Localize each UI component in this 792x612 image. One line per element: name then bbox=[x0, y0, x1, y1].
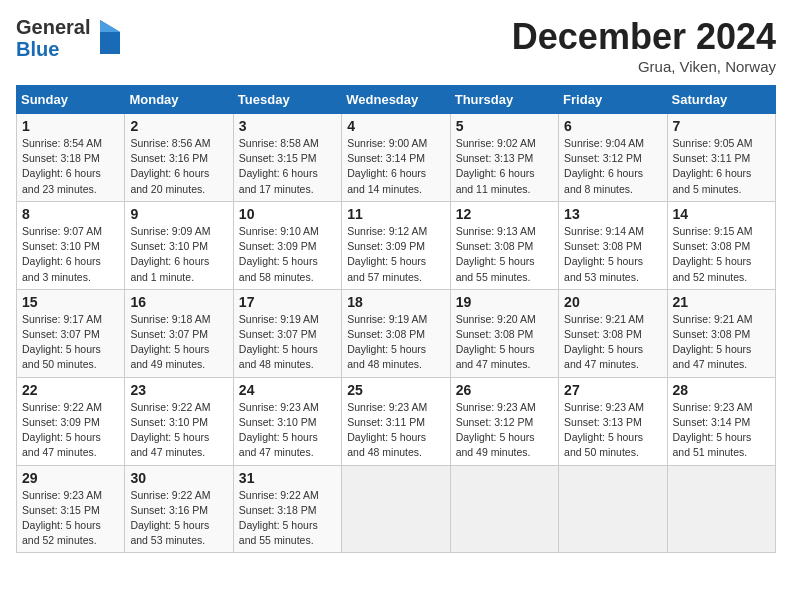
calendar-cell: 20Sunrise: 9:21 AMSunset: 3:08 PMDayligh… bbox=[559, 289, 667, 377]
day-info: Sunrise: 9:02 AMSunset: 3:13 PMDaylight:… bbox=[456, 136, 553, 197]
calendar-table: SundayMondayTuesdayWednesdayThursdayFrid… bbox=[16, 85, 776, 553]
calendar-cell: 18Sunrise: 9:19 AMSunset: 3:08 PMDayligh… bbox=[342, 289, 450, 377]
day-info: Sunrise: 8:54 AMSunset: 3:18 PMDaylight:… bbox=[22, 136, 119, 197]
week-row-3: 15Sunrise: 9:17 AMSunset: 3:07 PMDayligh… bbox=[17, 289, 776, 377]
header-day-sunday: Sunday bbox=[17, 86, 125, 114]
calendar-cell: 23Sunrise: 9:22 AMSunset: 3:10 PMDayligh… bbox=[125, 377, 233, 465]
day-number: 7 bbox=[673, 118, 770, 134]
calendar-cell: 17Sunrise: 9:19 AMSunset: 3:07 PMDayligh… bbox=[233, 289, 341, 377]
calendar-cell bbox=[342, 465, 450, 553]
day-info: Sunrise: 9:14 AMSunset: 3:08 PMDaylight:… bbox=[564, 224, 661, 285]
day-info: Sunrise: 9:04 AMSunset: 3:12 PMDaylight:… bbox=[564, 136, 661, 197]
day-info: Sunrise: 9:19 AMSunset: 3:08 PMDaylight:… bbox=[347, 312, 444, 373]
calendar-header: SundayMondayTuesdayWednesdayThursdayFrid… bbox=[17, 86, 776, 114]
calendar-cell: 28Sunrise: 9:23 AMSunset: 3:14 PMDayligh… bbox=[667, 377, 775, 465]
calendar-cell: 9Sunrise: 9:09 AMSunset: 3:10 PMDaylight… bbox=[125, 201, 233, 289]
calendar-cell: 5Sunrise: 9:02 AMSunset: 3:13 PMDaylight… bbox=[450, 114, 558, 202]
calendar-cell: 3Sunrise: 8:58 AMSunset: 3:15 PMDaylight… bbox=[233, 114, 341, 202]
calendar-cell: 22Sunrise: 9:22 AMSunset: 3:09 PMDayligh… bbox=[17, 377, 125, 465]
day-info: Sunrise: 9:22 AMSunset: 3:09 PMDaylight:… bbox=[22, 400, 119, 461]
calendar-cell: 30Sunrise: 9:22 AMSunset: 3:16 PMDayligh… bbox=[125, 465, 233, 553]
calendar-cell: 19Sunrise: 9:20 AMSunset: 3:08 PMDayligh… bbox=[450, 289, 558, 377]
day-number: 1 bbox=[22, 118, 119, 134]
day-info: Sunrise: 9:23 AMSunset: 3:10 PMDaylight:… bbox=[239, 400, 336, 461]
day-info: Sunrise: 9:10 AMSunset: 3:09 PMDaylight:… bbox=[239, 224, 336, 285]
page-header: General Blue December 2024 Grua, Viken, … bbox=[16, 16, 776, 75]
month-year: December 2024 bbox=[512, 16, 776, 58]
day-info: Sunrise: 9:05 AMSunset: 3:11 PMDaylight:… bbox=[673, 136, 770, 197]
day-info: Sunrise: 9:18 AMSunset: 3:07 PMDaylight:… bbox=[130, 312, 227, 373]
day-number: 21 bbox=[673, 294, 770, 310]
title-block: December 2024 Grua, Viken, Norway bbox=[512, 16, 776, 75]
logo-general: General bbox=[16, 16, 90, 38]
day-number: 23 bbox=[130, 382, 227, 398]
logo-icon bbox=[92, 18, 124, 58]
header-day-saturday: Saturday bbox=[667, 86, 775, 114]
location: Grua, Viken, Norway bbox=[512, 58, 776, 75]
day-info: Sunrise: 9:23 AMSunset: 3:11 PMDaylight:… bbox=[347, 400, 444, 461]
day-info: Sunrise: 9:09 AMSunset: 3:10 PMDaylight:… bbox=[130, 224, 227, 285]
week-row-1: 1Sunrise: 8:54 AMSunset: 3:18 PMDaylight… bbox=[17, 114, 776, 202]
day-number: 28 bbox=[673, 382, 770, 398]
calendar-body: 1Sunrise: 8:54 AMSunset: 3:18 PMDaylight… bbox=[17, 114, 776, 553]
day-number: 10 bbox=[239, 206, 336, 222]
day-info: Sunrise: 9:19 AMSunset: 3:07 PMDaylight:… bbox=[239, 312, 336, 373]
calendar-cell: 13Sunrise: 9:14 AMSunset: 3:08 PMDayligh… bbox=[559, 201, 667, 289]
day-info: Sunrise: 9:23 AMSunset: 3:12 PMDaylight:… bbox=[456, 400, 553, 461]
day-number: 11 bbox=[347, 206, 444, 222]
week-row-4: 22Sunrise: 9:22 AMSunset: 3:09 PMDayligh… bbox=[17, 377, 776, 465]
logo-blue: Blue bbox=[16, 38, 90, 60]
calendar-cell: 1Sunrise: 8:54 AMSunset: 3:18 PMDaylight… bbox=[17, 114, 125, 202]
day-number: 14 bbox=[673, 206, 770, 222]
calendar-cell: 16Sunrise: 9:18 AMSunset: 3:07 PMDayligh… bbox=[125, 289, 233, 377]
day-number: 15 bbox=[22, 294, 119, 310]
header-row: SundayMondayTuesdayWednesdayThursdayFrid… bbox=[17, 86, 776, 114]
day-info: Sunrise: 9:22 AMSunset: 3:18 PMDaylight:… bbox=[239, 488, 336, 549]
calendar-cell: 26Sunrise: 9:23 AMSunset: 3:12 PMDayligh… bbox=[450, 377, 558, 465]
calendar-cell: 7Sunrise: 9:05 AMSunset: 3:11 PMDaylight… bbox=[667, 114, 775, 202]
day-info: Sunrise: 9:22 AMSunset: 3:10 PMDaylight:… bbox=[130, 400, 227, 461]
header-day-thursday: Thursday bbox=[450, 86, 558, 114]
day-number: 27 bbox=[564, 382, 661, 398]
day-info: Sunrise: 9:23 AMSunset: 3:15 PMDaylight:… bbox=[22, 488, 119, 549]
header-day-monday: Monday bbox=[125, 86, 233, 114]
day-number: 31 bbox=[239, 470, 336, 486]
day-info: Sunrise: 9:07 AMSunset: 3:10 PMDaylight:… bbox=[22, 224, 119, 285]
logo: General Blue bbox=[16, 16, 124, 60]
svg-marker-1 bbox=[100, 20, 120, 32]
day-number: 8 bbox=[22, 206, 119, 222]
day-number: 9 bbox=[130, 206, 227, 222]
calendar-cell: 4Sunrise: 9:00 AMSunset: 3:14 PMDaylight… bbox=[342, 114, 450, 202]
calendar-cell: 15Sunrise: 9:17 AMSunset: 3:07 PMDayligh… bbox=[17, 289, 125, 377]
day-number: 5 bbox=[456, 118, 553, 134]
calendar-cell: 29Sunrise: 9:23 AMSunset: 3:15 PMDayligh… bbox=[17, 465, 125, 553]
day-info: Sunrise: 9:20 AMSunset: 3:08 PMDaylight:… bbox=[456, 312, 553, 373]
day-info: Sunrise: 9:21 AMSunset: 3:08 PMDaylight:… bbox=[564, 312, 661, 373]
calendar-cell: 8Sunrise: 9:07 AMSunset: 3:10 PMDaylight… bbox=[17, 201, 125, 289]
calendar-cell: 6Sunrise: 9:04 AMSunset: 3:12 PMDaylight… bbox=[559, 114, 667, 202]
calendar-cell bbox=[450, 465, 558, 553]
day-number: 20 bbox=[564, 294, 661, 310]
calendar-cell: 12Sunrise: 9:13 AMSunset: 3:08 PMDayligh… bbox=[450, 201, 558, 289]
header-day-wednesday: Wednesday bbox=[342, 86, 450, 114]
day-info: Sunrise: 9:22 AMSunset: 3:16 PMDaylight:… bbox=[130, 488, 227, 549]
day-number: 2 bbox=[130, 118, 227, 134]
day-info: Sunrise: 9:21 AMSunset: 3:08 PMDaylight:… bbox=[673, 312, 770, 373]
day-info: Sunrise: 8:56 AMSunset: 3:16 PMDaylight:… bbox=[130, 136, 227, 197]
day-info: Sunrise: 9:13 AMSunset: 3:08 PMDaylight:… bbox=[456, 224, 553, 285]
day-info: Sunrise: 9:15 AMSunset: 3:08 PMDaylight:… bbox=[673, 224, 770, 285]
day-info: Sunrise: 9:23 AMSunset: 3:14 PMDaylight:… bbox=[673, 400, 770, 461]
calendar-cell: 31Sunrise: 9:22 AMSunset: 3:18 PMDayligh… bbox=[233, 465, 341, 553]
calendar-cell: 25Sunrise: 9:23 AMSunset: 3:11 PMDayligh… bbox=[342, 377, 450, 465]
calendar-cell: 11Sunrise: 9:12 AMSunset: 3:09 PMDayligh… bbox=[342, 201, 450, 289]
calendar-cell: 2Sunrise: 8:56 AMSunset: 3:16 PMDaylight… bbox=[125, 114, 233, 202]
calendar-cell bbox=[667, 465, 775, 553]
calendar-cell: 21Sunrise: 9:21 AMSunset: 3:08 PMDayligh… bbox=[667, 289, 775, 377]
header-day-tuesday: Tuesday bbox=[233, 86, 341, 114]
day-info: Sunrise: 8:58 AMSunset: 3:15 PMDaylight:… bbox=[239, 136, 336, 197]
day-number: 29 bbox=[22, 470, 119, 486]
calendar-cell: 27Sunrise: 9:23 AMSunset: 3:13 PMDayligh… bbox=[559, 377, 667, 465]
day-number: 24 bbox=[239, 382, 336, 398]
day-number: 17 bbox=[239, 294, 336, 310]
day-number: 16 bbox=[130, 294, 227, 310]
